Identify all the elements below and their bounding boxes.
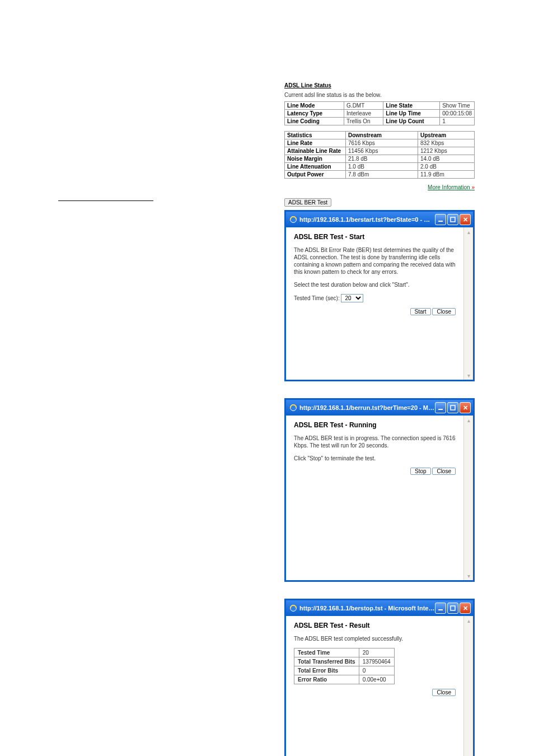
section-heading: ADSL Line Status	[284, 82, 475, 88]
more-information-link[interactable]: More Information »	[428, 184, 475, 190]
ie-icon	[289, 604, 297, 612]
close-window-button[interactable]: ✕	[460, 402, 471, 413]
scrollbar[interactable]: ▴ ▾	[463, 416, 473, 580]
svg-rect-8	[451, 606, 455, 610]
cell: 0.00e+00	[359, 675, 394, 684]
dialog-heading: ADSL BER Test - Running	[294, 421, 456, 429]
cell: 11456 Kbps	[346, 147, 418, 155]
cell: Line Rate	[285, 139, 346, 147]
ber-running-dialog: http://192.168.1.1/berrun.tst?berTime=20…	[284, 398, 475, 582]
line-status-table: Line Mode G.DMT Line State Show Time Lat…	[284, 101, 475, 125]
window-title: http://192.168.1.1/berrun.tst?berTime=20…	[299, 404, 435, 411]
cell: Attainable Line Rate	[285, 147, 346, 155]
cell: Line Coding	[285, 118, 344, 125]
window-title: http://192.168.1.1/berstart.tst?berState…	[299, 216, 435, 223]
cell: Tested Time	[294, 648, 359, 657]
cell: Error Ratio	[294, 675, 359, 684]
cell: 20	[359, 648, 394, 657]
cell: 1	[440, 118, 475, 125]
cell: Line Attenuation	[285, 163, 346, 171]
dialog-heading: ADSL BER Test - Start	[294, 233, 456, 241]
titlebar[interactable]: http://192.168.1.1/berstart.tst?berState…	[286, 212, 473, 227]
scroll-up-icon[interactable]: ▴	[464, 416, 473, 424]
start-button[interactable]: Start	[410, 308, 431, 315]
more-information-label: More Information	[428, 184, 470, 190]
cell: 21.8 dB	[346, 155, 418, 163]
dialog-heading: ADSL BER Test - Result	[294, 622, 456, 629]
ber-result-dialog: http://192.168.1.1/berstop.tst - Microso…	[284, 599, 475, 756]
dialog-text: The ADSL BER test is in progress. The co…	[294, 435, 456, 449]
cell: Output Power	[285, 171, 346, 179]
dialog-text: Select the test duration below and click…	[294, 281, 456, 288]
titlebar[interactable]: http://192.168.1.1/berstop.tst - Microso…	[286, 600, 473, 616]
dialog-text: Click "Stop" to terminate the test.	[294, 455, 456, 462]
scrollbar[interactable]: ▴ ▾	[463, 616, 473, 756]
close-button[interactable]: Close	[432, 689, 456, 696]
cell: Show Time	[440, 102, 475, 110]
svg-rect-4	[438, 409, 443, 410]
ie-icon	[289, 404, 297, 412]
cell: 1.0 dB	[346, 163, 418, 171]
minimize-button[interactable]	[435, 603, 446, 614]
adsl-ber-test-button[interactable]: ADSL BER Test	[284, 198, 331, 207]
cell: Line Up Time	[383, 110, 440, 118]
cell: Line Mode	[285, 102, 344, 110]
scrollbar[interactable]: ▴ ▾	[463, 227, 473, 380]
cell: 7.8 dBm	[346, 171, 418, 179]
cell: 832 Kbps	[418, 139, 475, 147]
scroll-down-icon[interactable]: ▾	[464, 371, 473, 380]
svg-rect-1	[438, 221, 443, 222]
cell: Upstream	[418, 132, 475, 139]
scroll-down-icon[interactable]: ▾	[464, 571, 473, 580]
cell: 00:00:15:08	[440, 110, 475, 118]
cell: G.DMT	[344, 102, 383, 110]
maximize-button[interactable]	[447, 402, 458, 413]
cell: 11.9 dBm	[418, 171, 475, 179]
cell: Total Error Bits	[294, 666, 359, 675]
cell: 137950464	[359, 657, 394, 666]
svg-rect-2	[451, 217, 455, 222]
result-table: Tested Time 20 Total Transferred Bits 13…	[294, 648, 395, 684]
svg-rect-5	[451, 405, 455, 410]
maximize-button[interactable]	[447, 603, 458, 614]
ie-icon	[289, 216, 297, 223]
cell: 1212 Kbps	[418, 147, 475, 155]
scroll-up-icon[interactable]: ▴	[464, 227, 473, 236]
ber-start-dialog: http://192.168.1.1/berstart.tst?berState…	[284, 210, 475, 381]
cell: Statistics	[285, 132, 346, 139]
arrow-icon: »	[471, 184, 475, 190]
close-button[interactable]: Close	[432, 308, 456, 315]
close-button[interactable]: Close	[432, 468, 456, 475]
cell: Trellis On	[344, 118, 383, 125]
cell: 7616 Kbps	[346, 139, 418, 147]
close-window-button[interactable]: ✕	[460, 214, 471, 225]
cell: Downstream	[346, 132, 418, 139]
titlebar[interactable]: http://192.168.1.1/berrun.tst?berTime=20…	[286, 400, 473, 416]
cell: Line State	[383, 102, 440, 110]
dialog-text: The ADSL BER test completed successfully…	[294, 635, 456, 642]
statistics-table: Statistics Downstream Upstream Line Rate…	[284, 131, 475, 179]
cell: Noise Margin	[285, 155, 346, 163]
cell: Latency Type	[285, 110, 344, 118]
window-title: http://192.168.1.1/berstop.tst - Microso…	[299, 605, 435, 612]
cell: Interleave	[344, 110, 383, 118]
cell: Line Up Count	[383, 118, 440, 125]
cell: 14.0 dB	[418, 155, 475, 163]
cell: Total Transferred Bits	[294, 657, 359, 666]
scroll-up-icon[interactable]: ▴	[464, 616, 473, 625]
footer-rule	[58, 200, 153, 201]
cell: 2.0 dB	[418, 163, 475, 171]
section-subtext: Current adsl line status is as the below…	[284, 92, 475, 98]
maximize-button[interactable]	[447, 214, 458, 225]
tested-time-label: Tested Time (sec):	[294, 295, 340, 301]
stop-button[interactable]: Stop	[410, 468, 431, 475]
svg-rect-7	[438, 609, 443, 610]
dialog-text: The ADSL Bit Error Rate (BER) test deter…	[294, 246, 456, 276]
minimize-button[interactable]	[435, 402, 446, 413]
minimize-button[interactable]	[435, 214, 446, 225]
close-window-button[interactable]: ✕	[460, 603, 471, 614]
cell: 0	[359, 666, 394, 675]
tested-time-select[interactable]: 20	[341, 294, 363, 302]
